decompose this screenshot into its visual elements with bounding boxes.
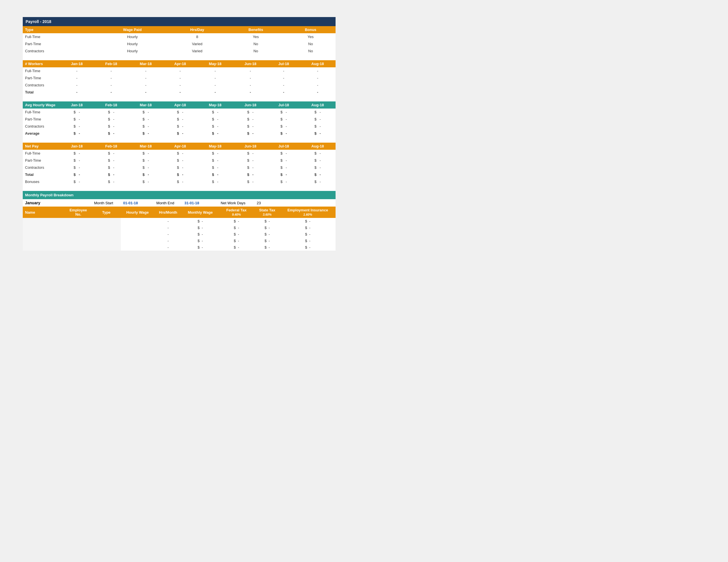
main-container: Payroll - 2018 Type Wage Paid Hrs/Day Be…	[23, 17, 336, 251]
payroll-types-section: Payroll - 2018 Type Wage Paid Hrs/Day Be…	[23, 17, 336, 55]
month-label: January	[23, 199, 92, 207]
monthly-data-row: - $ - $ - $ - $ -	[23, 238, 336, 244]
payroll-type-row: Part-Time Hourly Varied No No	[23, 40, 336, 47]
payroll-type-row: Full-Time Hourly 8 Yes Yes	[23, 33, 336, 40]
workers-table: # Workers Jan-18 Feb-18 Mar-18 Apr-18 Ma…	[23, 60, 336, 96]
workers-row: Full-Time - - - - - - - -	[23, 67, 336, 74]
col-type: Type	[92, 207, 121, 218]
col-benefits: Benefits	[226, 26, 286, 33]
month-start-val: 01-01-18	[121, 199, 154, 207]
avg-wage-row: Contractors $ - $ - $ - $ - $ - $ - $ - …	[23, 123, 336, 130]
avg-wage-average-row: Average $ - $ - $ - $ - $ - $ - $ - $ -	[23, 130, 336, 137]
payroll-title: Payroll - 2018	[23, 17, 336, 26]
net-pay-section: Net Pay Jan-18 Feb-18 Mar-18 Apr-18 May-…	[23, 143, 336, 185]
col-bonus: Bonus	[286, 26, 336, 33]
bonuses-row: Bonuses $ - $ - $ - $ - $ - $ - $ - $ -	[23, 178, 336, 185]
avg-wage-row: Part-Time $ - $ - $ - $ - $ - $ - $ - $ …	[23, 116, 336, 123]
workers-header-label: # Workers	[23, 60, 60, 67]
month-end-val: 31-01-18	[182, 199, 218, 207]
avg-wage-section: Avg Hourly Wage Jan-18 Feb-18 Mar-18 Apr…	[23, 101, 336, 137]
monthly-data-row: - $ - $ - $ - $ -	[23, 218, 336, 225]
col-hrs-day: Hrs/Day	[168, 26, 226, 33]
net-work-days-val: 23	[255, 199, 280, 207]
monthly-data-row: - $ - $ - $ - $ -	[23, 244, 336, 251]
payroll-type-row: Contractors Hourly Varied No No	[23, 47, 336, 55]
monthly-breakdown-title: Monthly Payroll Breakdown	[23, 191, 336, 199]
col-hourly-wage: Hourly Wage	[121, 207, 154, 218]
avg-wage-table: Avg Hourly Wage Jan-18 Feb-18 Mar-18 Apr…	[23, 101, 336, 137]
workers-total-row: Total - - - - - - - -	[23, 89, 336, 96]
net-pay-row: Part-Time $ - $ - $ - $ - $ - $ - $ - $ …	[23, 157, 336, 164]
col-state-tax: State Tax3.60%	[255, 207, 280, 218]
col-employment-insurance: Employment Insurance1.60%	[280, 207, 336, 218]
payroll-types-table: Payroll - 2018 Type Wage Paid Hrs/Day Be…	[23, 17, 336, 55]
col-monthly-wage: Monthly Wage	[182, 207, 218, 218]
net-pay-label: Net Pay	[23, 143, 60, 150]
month-start-label: Month Start	[92, 199, 121, 207]
monthly-data-row: - $ - $ - $ - $ -	[23, 231, 336, 238]
monthly-col-header: Name EmployeeNo. Type Hourly Wage Hrs/Mo…	[23, 207, 336, 218]
col-federal-tax: Federal Tax9.40%	[218, 207, 255, 218]
col-hrs-month: Hrs/Month	[154, 207, 182, 218]
workers-section: # Workers Jan-18 Feb-18 Mar-18 Apr-18 Ma…	[23, 60, 336, 96]
avg-wage-label: Avg Hourly Wage	[23, 101, 60, 109]
monthly-breakdown-table: Monthly Payroll Breakdown January Month …	[23, 191, 336, 251]
net-pay-table: Net Pay Jan-18 Feb-18 Mar-18 Apr-18 May-…	[23, 143, 336, 185]
net-pay-row: Full-Time $ - $ - $ - $ - $ - $ - $ - $ …	[23, 150, 336, 157]
monthly-meta-row: January Month Start 01-01-18 Month End 3…	[23, 199, 336, 207]
workers-row: Contractors - - - - - - - -	[23, 82, 336, 89]
monthly-data-row: - $ - $ - $ - $ -	[23, 225, 336, 231]
col-wage-paid: Wage Paid	[96, 26, 168, 33]
col-name: Name	[23, 207, 65, 218]
month-end-label: Month End	[154, 199, 182, 207]
net-pay-total-row: Total $ - $ - $ - $ - $ - $ - $ - $ -	[23, 171, 336, 178]
monthly-breakdown-section: Monthly Payroll Breakdown January Month …	[23, 191, 336, 251]
net-work-days-label: Net Work Days	[218, 199, 255, 207]
col-type: Type	[23, 26, 96, 33]
avg-wage-row: Full-Time $ - $ - $ - $ - $ - $ - $ - $ …	[23, 109, 336, 116]
col-employee-no: EmployeeNo.	[65, 207, 92, 218]
workers-row: Part-Time - - - - - - - -	[23, 74, 336, 82]
net-pay-row: Contractors $ - $ - $ - $ - $ - $ - $ - …	[23, 164, 336, 171]
